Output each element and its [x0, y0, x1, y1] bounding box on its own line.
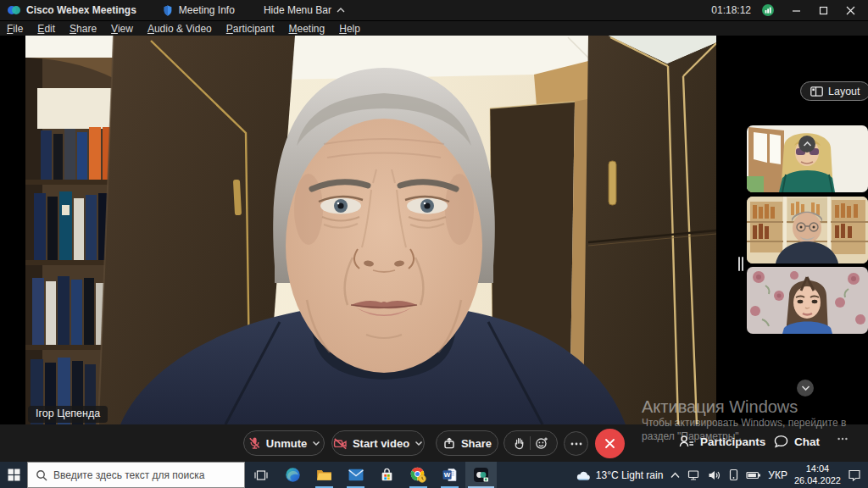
- menu-meeting[interactable]: Meeting: [289, 23, 326, 35]
- chevron-down-icon: [312, 441, 320, 446]
- raise-hand-icon: [513, 436, 526, 450]
- chevron-up-icon: [803, 141, 812, 147]
- action-center-icon[interactable]: [848, 469, 861, 481]
- share-button[interactable]: Share: [436, 430, 498, 456]
- unmute-button[interactable]: Unmute: [243, 430, 325, 456]
- panel-resize-grip[interactable]: [738, 257, 743, 271]
- webex-logo-icon: [7, 3, 21, 17]
- start-video-button[interactable]: Start video: [331, 430, 425, 456]
- more-options-button[interactable]: [564, 431, 588, 456]
- taskbar-clock[interactable]: 14:04 26.04.2022: [794, 463, 841, 485]
- weather-cloud-icon: [576, 469, 591, 481]
- layout-grid-icon: [810, 86, 823, 97]
- meeting-info-label: Meeting Info: [179, 4, 235, 16]
- reactions-button[interactable]: [535, 436, 548, 450]
- reactions-smiley-icon: [535, 436, 548, 450]
- weather-text: 13°C Light rain: [596, 469, 664, 481]
- clock-date: 26.04.2022: [794, 475, 841, 486]
- taskbar-store[interactable]: [371, 462, 403, 488]
- participant-2-video: [747, 197, 868, 263]
- taskbar-search: [27, 462, 245, 488]
- participant-3-video: [747, 267, 868, 334]
- start-video-label: Start video: [353, 437, 409, 450]
- raise-hand-reactions-group: [504, 430, 558, 456]
- clock-time: 14:04: [806, 463, 830, 474]
- network-icon[interactable]: [687, 469, 701, 481]
- hide-menu-bar-label: Hide Menu Bar: [264, 4, 331, 16]
- show-hidden-icons-chevron[interactable]: [670, 471, 681, 480]
- language-indicator[interactable]: УКР: [768, 469, 787, 481]
- more-dots-icon: [837, 437, 848, 441]
- app-identity: Cisco Webex Meetings: [7, 3, 162, 17]
- chevron-down-icon: [801, 385, 810, 391]
- your-phone-icon[interactable]: [728, 469, 739, 481]
- task-view-icon: [254, 469, 268, 482]
- volume-icon[interactable]: [708, 469, 721, 481]
- webex-app-icon: [473, 467, 489, 483]
- close-x-icon: [604, 438, 615, 449]
- chevron-up-icon: [337, 7, 345, 14]
- maximize-button[interactable]: [812, 1, 834, 19]
- camera-off-icon: [333, 437, 348, 450]
- weather-widget[interactable]: 13°C Light rain: [576, 469, 664, 481]
- share-label: Share: [461, 437, 492, 450]
- taskbar-mail[interactable]: [340, 462, 371, 488]
- chat-label: Chat: [794, 435, 820, 448]
- svg-text:W: W: [444, 471, 451, 479]
- scroll-up-button[interactable]: [798, 136, 815, 152]
- speaker-name-tag: Ігор Цепенда: [28, 406, 108, 423]
- participants-label: Participants: [700, 435, 765, 448]
- taskbar-edge[interactable]: [277, 462, 309, 488]
- menu-share[interactable]: Share: [70, 23, 97, 35]
- mail-icon: [348, 469, 364, 481]
- menu-participant[interactable]: Participant: [226, 23, 275, 35]
- hide-menu-bar-button[interactable]: Hide Menu Bar: [264, 4, 345, 16]
- start-button[interactable]: [0, 462, 27, 488]
- menu-help[interactable]: Help: [339, 23, 360, 35]
- chat-button[interactable]: Chat: [774, 435, 820, 448]
- windows-taskbar: W 13°C Light: [0, 462, 868, 488]
- menu-view[interactable]: View: [111, 23, 133, 35]
- leave-meeting-button[interactable]: [595, 429, 625, 458]
- battery-icon[interactable]: [746, 470, 761, 480]
- close-button[interactable]: [839, 1, 861, 19]
- app-title: Cisco Webex Meetings: [26, 4, 136, 16]
- windows-logo-icon: [8, 469, 20, 481]
- file-explorer-icon: [316, 468, 332, 482]
- menu-edit[interactable]: Edit: [37, 23, 55, 35]
- taskbar-file-explorer[interactable]: [309, 462, 340, 488]
- chevron-down-icon: [415, 441, 423, 446]
- raise-hand-button[interactable]: [513, 436, 526, 450]
- edge-icon: [285, 467, 301, 483]
- scroll-down-button[interactable]: [797, 380, 814, 396]
- pinned-apps: W: [277, 462, 497, 488]
- word-icon: W: [442, 468, 457, 482]
- webex-window: Cisco Webex Meetings Meeting Info Hide M…: [0, 0, 868, 488]
- task-view-button[interactable]: [245, 462, 277, 488]
- connection-quality-icon[interactable]: [761, 3, 775, 17]
- taskbar-word[interactable]: W: [434, 462, 465, 488]
- participant-thumbnail-3[interactable]: [747, 267, 868, 334]
- participant-thumbnail-2[interactable]: [747, 197, 868, 263]
- taskbar-chrome[interactable]: [403, 462, 434, 488]
- mic-muted-icon: [248, 436, 261, 450]
- more-panels-button[interactable]: [837, 437, 848, 441]
- participants-icon: [679, 435, 694, 448]
- face: [286, 119, 482, 373]
- menu-bar: File Edit Share View Audio & Video Parti…: [0, 20, 868, 36]
- search-icon: [36, 469, 47, 481]
- main-video-scene: [25, 36, 716, 424]
- minimize-button[interactable]: [785, 1, 807, 19]
- participants-button[interactable]: Participants: [679, 435, 765, 448]
- video-stage: Ігор Цепенда Layout: [0, 36, 868, 424]
- menu-audio-video[interactable]: Audio & Video: [147, 23, 212, 35]
- search-input[interactable]: [53, 469, 227, 481]
- meeting-info-shield-icon: [162, 4, 174, 17]
- taskbar-webex[interactable]: [465, 462, 497, 488]
- meeting-info-button[interactable]: Meeting Info: [162, 4, 235, 17]
- title-bar: Cisco Webex Meetings Meeting Info Hide M…: [0, 0, 868, 20]
- menu-file[interactable]: File: [7, 23, 23, 35]
- unmute-label: Unmute: [266, 437, 307, 450]
- layout-button[interactable]: Layout: [800, 81, 868, 101]
- status-badge: [485, 479, 487, 481]
